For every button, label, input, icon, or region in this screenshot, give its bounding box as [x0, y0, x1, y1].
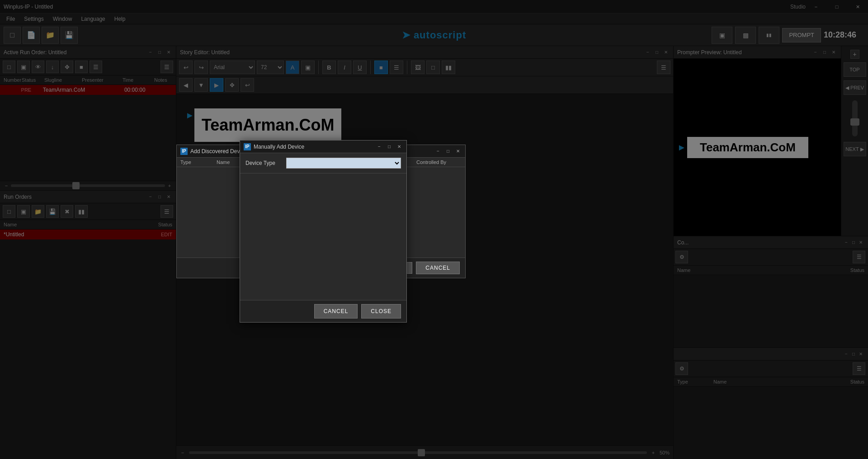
manually-add-titlebar: IP Manually Add Device − □ ✕: [240, 141, 406, 153]
device-type-label: Device Type: [245, 160, 282, 166]
device-type-row: Device Type: [240, 153, 406, 173]
manually-add-dialog: IP Manually Add Device − □ ✕ Device Type…: [240, 140, 407, 323]
manually-add-icon: IP: [244, 143, 251, 150]
manually-add-close-btn[interactable]: CLOSE: [361, 304, 401, 318]
add-discovered-icon: IP: [180, 148, 188, 155]
manually-add-close[interactable]: ✕: [396, 143, 403, 150]
add-discovered-max[interactable]: □: [444, 148, 452, 155]
manually-add-max[interactable]: □: [386, 143, 393, 150]
device-type-select[interactable]: [286, 158, 401, 169]
manually-add-min[interactable]: −: [376, 143, 383, 150]
manually-add-body: [240, 173, 406, 300]
manually-add-cancel-btn[interactable]: CANCEL: [314, 304, 358, 318]
add-discovered-close[interactable]: ✕: [454, 148, 462, 155]
add-discovered-cancel-btn[interactable]: CANCEL: [416, 262, 460, 274]
dc-col-type: Type: [180, 159, 217, 165]
manually-add-title: Manually Add Device: [254, 144, 373, 150]
manually-add-footer: CANCEL CLOSE: [240, 300, 406, 322]
dc-col-controlled: Controlled By: [416, 159, 462, 165]
add-discovered-min[interactable]: −: [434, 148, 442, 155]
